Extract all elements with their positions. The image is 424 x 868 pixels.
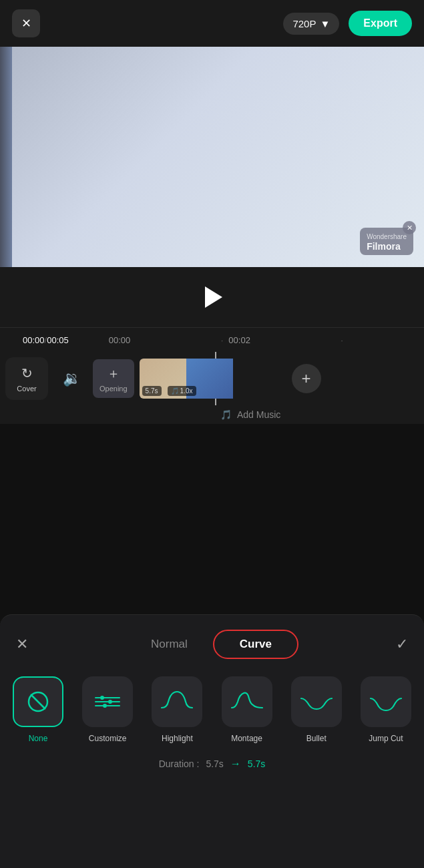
curve-none-label: None (29, 734, 48, 743)
curve-bullet-label: Bullet (306, 734, 327, 743)
highlight-icon (159, 689, 195, 714)
timeline-track: ↻ Cover 🔉 ＋ Opening 5.7s 🎵 1.0x + (0, 352, 424, 405)
curve-bullet-item[interactable]: Bullet (288, 676, 345, 743)
timeline-container: 00:00/00:05 00:00 · 00:02 · ↻ Cover 🔉 ＋ … (0, 327, 424, 424)
curve-montage-item[interactable]: Montage (218, 676, 276, 743)
curve-customize-label: Customize (89, 734, 127, 743)
svg-line-1 (31, 694, 45, 709)
curve-options: None Customize (0, 671, 424, 743)
curve-jumpcut-item[interactable]: Jump Cut (357, 676, 415, 743)
quality-selector[interactable]: 720P ▼ (283, 13, 339, 35)
top-right-controls: 720P ▼ Export (283, 11, 412, 36)
quality-label: 720P (292, 18, 316, 29)
cover-button[interactable]: ↻ Cover (5, 357, 48, 400)
top-bar: ✕ 720P ▼ Export (0, 0, 424, 47)
playback-area (0, 267, 424, 327)
play-icon (205, 286, 222, 308)
curve-montage-label: Montage (231, 734, 262, 743)
customize-icon (91, 690, 124, 714)
svg-point-6 (108, 700, 112, 704)
add-music-label: Add Music (237, 409, 280, 420)
svg-point-7 (103, 704, 107, 708)
curve-none-icon-box (13, 676, 63, 727)
bullet-icon (298, 689, 335, 714)
curve-bullet-icon-box (291, 676, 342, 727)
video-edge (0, 47, 12, 267)
play-button[interactable] (198, 282, 227, 312)
current-time: 00:00/00:05 (23, 335, 69, 345)
speed-panel: ✕ Normal Curve ✓ None (0, 614, 424, 868)
duration-from: 5.7s (206, 758, 223, 769)
curve-none-item[interactable]: None (9, 676, 67, 743)
curve-highlight-label: Highlight (162, 734, 193, 743)
svg-point-5 (100, 696, 104, 700)
duration-to: 5.7s (248, 758, 265, 769)
none-icon (25, 688, 51, 715)
duration-label: Duration : (159, 758, 200, 769)
export-button[interactable]: Export (349, 11, 412, 36)
add-music-row[interactable]: 🎵 Add Music (0, 405, 424, 424)
volume-button[interactable]: 🔉 (63, 370, 81, 387)
filmora-watermark: ✕ Wondershare Filmora (360, 228, 413, 255)
clip-duration-badge: 5.7s (142, 386, 162, 396)
ruler-time-2: 00:02 (228, 335, 335, 345)
curve-jumpcut-label: Jump Cut (369, 734, 403, 743)
duration-arrow: → (230, 758, 241, 770)
tab-normal[interactable]: Normal (126, 631, 213, 658)
dropdown-icon: ▼ (320, 18, 330, 29)
watermark-close[interactable]: ✕ (403, 221, 416, 234)
timeline-ruler: 00:00/00:05 00:00 · 00:02 · (0, 328, 424, 352)
jumpcut-icon (368, 689, 404, 714)
curve-customize-icon-box (82, 676, 133, 727)
tab-curve[interactable]: Curve (213, 630, 298, 659)
close-button[interactable]: ✕ (12, 9, 40, 37)
music-icon: 🎵 (220, 409, 232, 420)
curve-montage-icon-box (222, 676, 272, 727)
ruler-marks: 00:00 · 00:02 · (109, 335, 349, 345)
cover-label: Cover (17, 385, 36, 393)
video-preview: ✕ Wondershare Filmora (0, 47, 424, 267)
cover-refresh-icon: ↻ (21, 365, 33, 381)
add-clip-button[interactable]: + (292, 364, 321, 393)
video-clip[interactable]: 5.7s 🎵 1.0x (140, 359, 286, 399)
ruler-time-0: 00:00 (109, 335, 216, 345)
curve-highlight-item[interactable]: Highlight (148, 676, 206, 743)
add-opening-button[interactable]: ＋ Opening (93, 359, 134, 398)
curve-customize-item[interactable]: Customize (79, 676, 136, 743)
add-icon: ＋ (107, 365, 120, 383)
montage-icon (229, 689, 265, 714)
opening-label: Opening (99, 385, 128, 393)
clip-speed-badge: 🎵 1.0x (168, 386, 196, 396)
duration-bar: Duration : 5.7s → 5.7s (0, 743, 424, 781)
speed-tabs: ✕ Normal Curve ✓ (0, 615, 424, 671)
curve-highlight-icon-box (152, 676, 202, 727)
music-note-icon: 🎵 (171, 387, 179, 395)
panel-close-button[interactable]: ✕ (16, 636, 28, 653)
panel-confirm-button[interactable]: ✓ (396, 636, 408, 653)
curve-jumpcut-icon-box (361, 676, 411, 727)
